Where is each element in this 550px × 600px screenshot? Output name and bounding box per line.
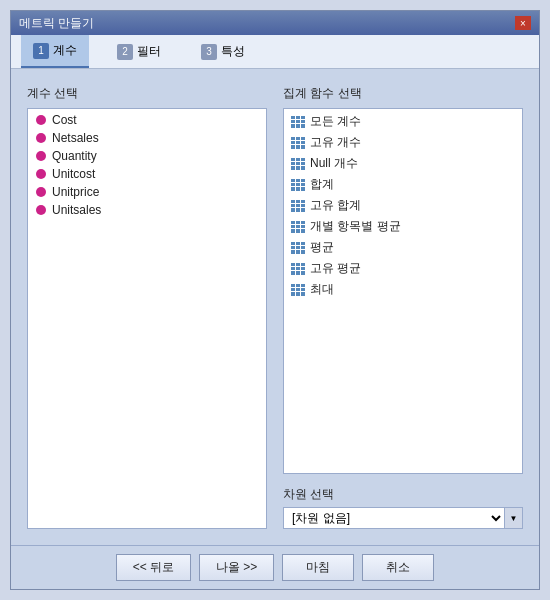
list-item[interactable]: Cost	[28, 111, 266, 129]
step-3-num: 3	[201, 44, 217, 60]
dot-icon	[36, 115, 46, 125]
item-label: Unitsales	[52, 203, 101, 217]
agg-item[interactable]: 최대	[284, 279, 522, 300]
steps-bar: 1 계수 2 필터 3 특성	[11, 35, 539, 69]
agg-item[interactable]: 평균	[284, 237, 522, 258]
grid-icon	[290, 283, 306, 297]
grid-icon	[290, 220, 306, 234]
dimension-section: 차원 선택 [차원 없음] ▼	[283, 486, 523, 529]
grid-icon	[290, 157, 306, 171]
agg-item[interactable]: 합계	[284, 174, 522, 195]
dialog-title: 메트릭 만들기	[19, 15, 94, 32]
step-1-label: 계수	[53, 42, 77, 59]
dot-icon	[36, 169, 46, 179]
grid-icon	[290, 178, 306, 192]
agg-label: 합계	[310, 176, 334, 193]
dot-icon	[36, 205, 46, 215]
agg-label: 모든 계수	[310, 113, 361, 130]
step-1[interactable]: 1 계수	[21, 35, 89, 68]
item-label: Cost	[52, 113, 77, 127]
aggregate-list[interactable]: 모든 계수 고유 개수 Null 개수 합계	[283, 108, 523, 474]
footer: << 뒤로 나올 >> 마침 취소	[11, 545, 539, 589]
grid-icon	[290, 136, 306, 150]
agg-item[interactable]: 고유 개수	[284, 132, 522, 153]
left-panel-label: 계수 선택	[27, 85, 267, 102]
step-2-num: 2	[117, 44, 133, 60]
metrics-list[interactable]: Cost Netsales Quantity Unitcost	[27, 108, 267, 529]
dot-icon	[36, 151, 46, 161]
next-button[interactable]: 나올 >>	[199, 554, 274, 581]
close-button[interactable]: ×	[515, 16, 531, 30]
chevron-down-icon[interactable]: ▼	[504, 508, 522, 528]
list-item[interactable]: Unitprice	[28, 183, 266, 201]
item-label: Quantity	[52, 149, 97, 163]
left-panel: 계수 선택 Cost Netsales Quantity	[27, 85, 267, 529]
item-label: Unitprice	[52, 185, 99, 199]
content-area: 계수 선택 Cost Netsales Quantity	[11, 69, 539, 545]
agg-label: 고유 합계	[310, 197, 361, 214]
agg-label: 평균	[310, 239, 334, 256]
grid-icon	[290, 241, 306, 255]
dialog: 메트릭 만들기 × 1 계수 2 필터 3 특성 계수 선택 Cost	[10, 10, 540, 590]
agg-label: 고유 평균	[310, 260, 361, 277]
right-panel: 집계 함수 선택 모든 계수 고유 개수 Null 개수	[283, 85, 523, 529]
agg-item[interactable]: 모든 계수	[284, 111, 522, 132]
agg-label: Null 개수	[310, 155, 358, 172]
list-item[interactable]: Unitsales	[28, 201, 266, 219]
grid-icon	[290, 115, 306, 129]
step-3-label: 특성	[221, 43, 245, 60]
item-label: Unitcost	[52, 167, 95, 181]
agg-label: 개별 항목별 평균	[310, 218, 401, 235]
step-1-num: 1	[33, 43, 49, 59]
finish-button[interactable]: 마침	[282, 554, 354, 581]
dimension-select[interactable]: [차원 없음]	[284, 508, 504, 528]
agg-label: 최대	[310, 281, 334, 298]
agg-item[interactable]: 고유 합계	[284, 195, 522, 216]
list-item[interactable]: Quantity	[28, 147, 266, 165]
list-item[interactable]: Unitcost	[28, 165, 266, 183]
item-label: Netsales	[52, 131, 99, 145]
step-2[interactable]: 2 필터	[105, 35, 173, 68]
agg-item[interactable]: 고유 평균	[284, 258, 522, 279]
agg-label: 고유 개수	[310, 134, 361, 151]
step-3[interactable]: 3 특성	[189, 35, 257, 68]
dot-icon	[36, 133, 46, 143]
two-column-layout: 계수 선택 Cost Netsales Quantity	[27, 85, 523, 529]
back-button[interactable]: << 뒤로	[116, 554, 191, 581]
cancel-button[interactable]: 취소	[362, 554, 434, 581]
step-2-label: 필터	[137, 43, 161, 60]
grid-icon	[290, 199, 306, 213]
title-bar: 메트릭 만들기 ×	[11, 11, 539, 35]
agg-item[interactable]: 개별 항목별 평균	[284, 216, 522, 237]
dimension-select-wrapper[interactable]: [차원 없음] ▼	[283, 507, 523, 529]
list-item[interactable]: Netsales	[28, 129, 266, 147]
right-panel-label: 집계 함수 선택	[283, 85, 523, 102]
dim-label: 차원 선택	[283, 486, 523, 503]
grid-icon	[290, 262, 306, 276]
agg-item[interactable]: Null 개수	[284, 153, 522, 174]
dot-icon	[36, 187, 46, 197]
